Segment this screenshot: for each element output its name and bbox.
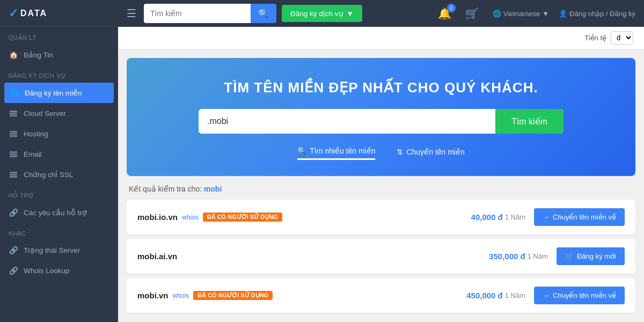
topbar: ☰ 🔍 Đăng ký dịch vụ ▼ 🔔 0 🛒 🌐 Vietnamese…	[118, 0, 644, 27]
language-selector[interactable]: 🌐 Vietnamese ▼	[488, 8, 553, 20]
sidebar-item-cloud-server[interactable]: Cloud Server	[0, 103, 118, 123]
login-button[interactable]: 👤 Đăng nhập / Đăng ký	[559, 10, 635, 18]
transfer-domain-button[interactable]: → Chuyển tên miền về	[534, 208, 625, 226]
action-label: Chuyển tên miền về	[553, 291, 616, 299]
sidebar-item-trang-thai-server[interactable]: 🔗 Trạng thái Server	[0, 240, 118, 260]
search-term: mobi	[204, 185, 222, 193]
domain-price: 350,000 đ	[489, 252, 525, 261]
whois-icon: 🔗	[9, 266, 18, 275]
cart-icon: 🛒	[565, 252, 574, 260]
search-wrap: 🔍	[144, 4, 276, 23]
currency-label: Tiền tệ	[584, 34, 606, 42]
sidebar-item-ho-tro[interactable]: 🔗 Các yêu cầu hỗ trợ	[0, 202, 118, 223]
hero-title: TÌM TÊN MIỀN ĐẸP NHẤT CHO QUÝ KHÁCH.	[224, 79, 538, 96]
table-row: mobi.io.vn whois ĐÃ CÓ NGƯỜI SỬ DỤNG 40,…	[127, 200, 635, 235]
hosting-icon	[9, 129, 18, 138]
login-label: Đăng nhập / Đăng ký	[569, 10, 635, 18]
status-badge: ĐÃ CÓ NGƯỜI SỬ DỤNG	[193, 291, 273, 300]
domain-price: 450,000 đ	[466, 291, 503, 300]
sidebar-item-hosting[interactable]: Hosting	[0, 123, 118, 144]
svg-rect-4	[10, 133, 17, 135]
domain-name: mobi.vn	[137, 291, 169, 300]
hero-tab-tim-nhieu[interactable]: 🔍 Tìm nhiều tên miền	[297, 147, 375, 160]
register-service-label: Đăng ký dịch vụ	[290, 9, 343, 18]
main-content: ☰ 🔍 Đăng ký dịch vụ ▼ 🔔 0 🛒 🌐 Vietnamese…	[118, 0, 644, 322]
svg-rect-9	[10, 172, 17, 173]
notification-button[interactable]: 🔔 0	[434, 5, 456, 22]
home-icon: 🏠	[9, 50, 18, 60]
hero-tab-chuyen-ten-mien[interactable]: ⇅ Chuyển tên miền	[397, 147, 464, 160]
status-badge: ĐÃ CÓ NGƯỜI SỬ DỤNG	[203, 213, 282, 222]
currency-bar: Tiền tệ đ	[118, 27, 644, 49]
svg-rect-5	[10, 135, 17, 137]
sidebar-item-whois-lookup[interactable]: 🔗 Whois Lookup	[0, 260, 118, 281]
user-icon: 👤	[559, 10, 567, 18]
search-multi-icon: 🔍	[297, 147, 306, 155]
notification-badge: 0	[447, 4, 456, 12]
logo-icon: ✓	[9, 6, 18, 20]
register-domain-button[interactable]: 🛒 Đăng ký mới	[557, 247, 625, 265]
search-input[interactable]	[144, 4, 251, 23]
sidebar-item-label: Các yêu cầu hỗ trợ	[24, 208, 87, 217]
transfer-arrow-icon: →	[543, 213, 550, 221]
hero-tabs: 🔍 Tìm nhiều tên miền ⇅ Chuyển tên miền	[297, 147, 465, 160]
domain-price: 40,000 đ	[471, 213, 503, 222]
domain-name: mobi.io.vn	[137, 213, 178, 222]
svg-rect-1	[10, 113, 17, 114]
hero-search-button[interactable]: Tìm kiếm	[495, 109, 564, 134]
transfer-domain-button-2[interactable]: → Chuyển tên miền về	[534, 287, 625, 304]
sidebar-item-label: Trạng thái Server	[24, 246, 80, 254]
section-title-dang-ky: ĐĂNG KÝ DỊCH VỤ	[0, 65, 118, 83]
section-title-quan-ly: QUẢN LÝ	[0, 27, 118, 45]
sidebar-item-label: Cloud Server	[24, 109, 66, 118]
domain-icon: 🌐	[10, 88, 19, 98]
svg-rect-0	[10, 111, 17, 112]
hero-search-box: Tìm kiếm	[199, 109, 564, 134]
domain-period: 1 Năm	[505, 213, 525, 221]
transfer-icon: ⇅	[397, 148, 403, 156]
currency-select[interactable]: đ	[611, 31, 633, 45]
sidebar-item-ssl[interactable]: Chứng chỉ SSL	[0, 164, 118, 185]
server-status-icon: 🔗	[9, 245, 18, 255]
results-section: Kết quả kiểm tra cho: mobi mobi.io.vn wh…	[118, 185, 644, 322]
register-service-button[interactable]: Đăng ký dịch vụ ▼	[282, 5, 362, 22]
sidebar-item-bang-tin[interactable]: 🏠 Bảng Tin	[0, 45, 118, 65]
language-label: Vietnamese	[503, 10, 540, 18]
cart-button[interactable]: 🛒	[461, 5, 483, 22]
sidebar-item-label: Email	[24, 150, 42, 158]
hero-tab-label: Tìm nhiều tên miền	[310, 147, 375, 155]
svg-rect-6	[10, 151, 17, 153]
sidebar-item-label: Bảng Tin	[24, 50, 53, 59]
sidebar-item-dang-ky-ten-mien[interactable]: 🌐 Đăng ký tên miền	[4, 83, 114, 103]
globe-icon: 🌐	[493, 10, 501, 18]
domain-period: 1 Năm	[528, 252, 548, 260]
search-button[interactable]: 🔍	[251, 4, 276, 23]
hamburger-icon[interactable]: ☰	[127, 7, 136, 20]
whois-link[interactable]: whois	[173, 292, 189, 299]
sidebar-item-label: Chứng chỉ SSL	[24, 170, 74, 179]
section-title-khac: KHÁC	[0, 223, 118, 240]
domain-period: 1 Năm	[505, 291, 525, 299]
svg-rect-8	[10, 156, 17, 157]
svg-rect-7	[10, 153, 17, 155]
transfer-arrow-icon: →	[543, 291, 550, 299]
sidebar-item-label: Whois Lookup	[24, 267, 70, 275]
svg-rect-3	[10, 131, 17, 133]
sidebar-item-label: Đăng ký tên miền	[25, 89, 82, 97]
logo: ✓ DATA	[0, 0, 118, 27]
cloud-icon	[9, 108, 18, 118]
results-label: Kết quả kiểm tra cho: mobi	[127, 185, 635, 193]
hero-search-input[interactable]	[199, 109, 495, 134]
svg-rect-11	[10, 176, 17, 178]
whois-link[interactable]: whois	[182, 214, 199, 221]
register-service-arrow-icon: ▼	[347, 10, 354, 18]
table-row: mobi.vn whois ĐÃ CÓ NGƯỜI SỬ DỤNG 450,00…	[127, 278, 635, 313]
sidebar-item-email[interactable]: Email	[0, 144, 118, 164]
action-label: Đăng ký mới	[577, 252, 616, 260]
sidebar-item-label: Hosting	[24, 130, 48, 138]
table-row: mobi.ai.vn 350,000 đ 1 Năm 🛒 Đăng ký mới	[127, 239, 635, 274]
svg-rect-10	[10, 174, 17, 175]
sidebar: ✓ DATA QUẢN LÝ 🏠 Bảng Tin ĐĂNG KÝ DỊCH V…	[0, 0, 118, 322]
logo-text: DATA	[20, 9, 47, 18]
ssl-icon	[9, 170, 18, 179]
